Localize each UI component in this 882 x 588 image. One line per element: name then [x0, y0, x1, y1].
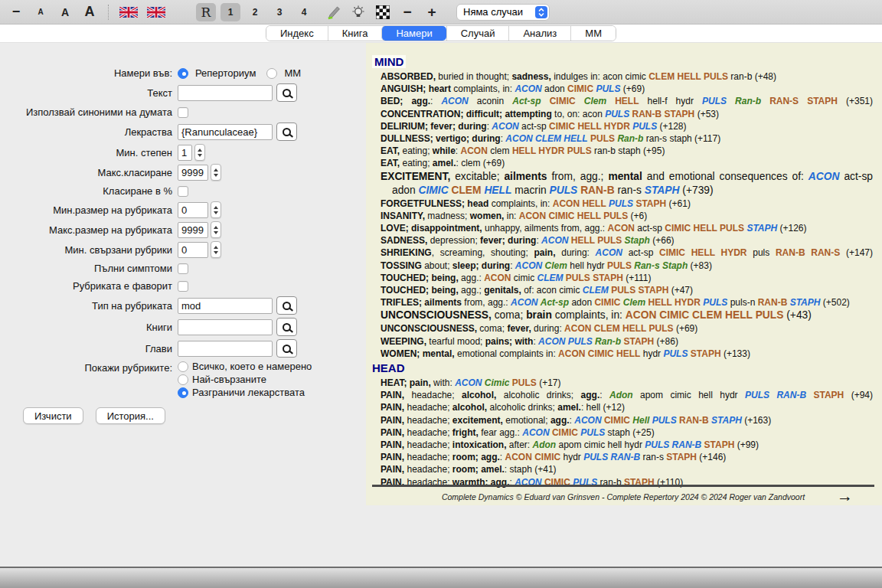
- text-input[interactable]: [178, 85, 273, 101]
- tab-Случай[interactable]: Случай: [446, 26, 509, 41]
- favorite-checkbox[interactable]: [178, 281, 188, 292]
- font-size-small-button[interactable]: A: [31, 3, 51, 21]
- remedy-filter-button[interactable]: R: [196, 3, 216, 21]
- section-title-head: HEAD: [372, 361, 873, 374]
- min-grade-label: Мин. степен: [0, 147, 178, 158]
- rubric-entry[interactable]: PAIN, headache; room; agg.: ACON CIMIC h…: [392, 451, 873, 463]
- min-related-input[interactable]: 0: [178, 242, 208, 258]
- grade-3-button[interactable]: 3: [270, 3, 289, 21]
- repertory-language-flag-icon[interactable]: [119, 7, 138, 18]
- font-size-medium-button[interactable]: A: [55, 3, 75, 21]
- chapters-input[interactable]: [178, 341, 273, 357]
- max-rank-input[interactable]: 9999: [178, 165, 208, 181]
- grid-view-icon[interactable]: [373, 3, 393, 21]
- text-search-button[interactable]: [276, 83, 297, 102]
- rubric-type-input[interactable]: mod: [178, 298, 273, 314]
- min-rubric-size-input[interactable]: 0: [178, 202, 208, 218]
- rubric-entry[interactable]: UNCONSCIOUSNESS, coma; brain complaints,…: [392, 309, 873, 322]
- collapse-toolbar-button[interactable]: −: [6, 3, 26, 21]
- rubric-entry[interactable]: WOMEN; mental, emotional complaints in: …: [392, 348, 873, 360]
- rubric-entry[interactable]: SADNESS, depression; fever; during: ACON…: [392, 234, 873, 247]
- rubric-entry[interactable]: TOUCHED; being, agg.: ACON cimic CLEM PU…: [392, 272, 873, 284]
- max-rubric-size-stepper[interactable]: [211, 221, 221, 238]
- rubric-type-search-button[interactable]: [276, 296, 297, 315]
- rank-percent-checkbox[interactable]: [178, 186, 188, 197]
- rubric-entry[interactable]: TOUCHED; being, agg.; genitals, of: acon…: [392, 284, 873, 296]
- horizontal-scrollbar[interactable]: [372, 485, 874, 487]
- show-rubrics-radio-1[interactable]: [178, 374, 188, 385]
- max-rank-stepper[interactable]: [211, 164, 221, 181]
- remedies-input[interactable]: {Ranunculaceae}: [178, 124, 273, 140]
- next-page-arrow-icon[interactable]: →: [837, 487, 853, 505]
- tab-Анализ[interactable]: Анализ: [508, 26, 570, 41]
- rubric-entry[interactable]: TOSSING about; sleep; during: ACON Clem …: [392, 260, 873, 272]
- rubric-entry[interactable]: UNCONSCIOUSNESS, coma; fever, during: AC…: [392, 322, 873, 335]
- rubric-entry[interactable]: PAIN, headache; room; amel.: staph (+41): [392, 463, 873, 475]
- favorite-label: Рубриката е фаворит: [0, 280, 178, 292]
- rubric-entry[interactable]: ABSORBED, buried in thought; sadness, in…: [392, 70, 873, 83]
- remedies-search-button[interactable]: [276, 122, 297, 141]
- min-rubric-size-label: Мин.размер на рубриката: [0, 204, 178, 216]
- rubric-entry[interactable]: ANGUISH; heart complaints, in: ACON adon…: [392, 83, 873, 95]
- rubric-entry[interactable]: PAIN, headache; alcohol, alcoholic drink…: [392, 389, 873, 401]
- synonyms-checkbox[interactable]: [178, 107, 188, 118]
- case-select-value: Няма случаи: [463, 6, 523, 18]
- rubric-entry[interactable]: CONCENTRATION; difficult; attempting to,…: [392, 108, 873, 120]
- rubric-entry[interactable]: PAIN, headache; excitement, emotional; a…: [392, 414, 873, 426]
- rubric-entry[interactable]: INSANITY, madness; women, in: ACON CIMIC…: [392, 210, 873, 222]
- chapters-search-button[interactable]: [276, 339, 297, 358]
- min-grade-input[interactable]: 1: [178, 145, 192, 161]
- rubric-entry[interactable]: EAT, eating; while: ACON clem HELL HYDR …: [392, 145, 873, 157]
- clear-form-button[interactable]: Изчисти: [23, 407, 83, 424]
- tab-Книга[interactable]: Книга: [328, 26, 382, 41]
- grade-2-button[interactable]: 2: [245, 3, 265, 21]
- rubric-entry[interactable]: EXCITEMENT, excitable; ailments from, ag…: [392, 170, 873, 198]
- zoom-in-button[interactable]: +: [422, 3, 442, 21]
- toolbar-divider: [108, 5, 109, 20]
- rubric-entry[interactable]: PAIN, headache; fright, fear agg.: ACON …: [392, 426, 873, 439]
- font-size-large-button[interactable]: A: [80, 3, 100, 21]
- mm-language-flag-icon[interactable]: [147, 7, 165, 18]
- rubric-entry[interactable]: FORGETFULNESS; head complaints, in: ACON…: [392, 198, 873, 210]
- zoom-out-button[interactable]: −: [397, 3, 417, 21]
- rubric-entry[interactable]: HEAT; pain, with: ACON Cimic PULS (+17): [392, 377, 873, 389]
- rubric-entry[interactable]: SHRIEKING, screaming, shouting; pain, du…: [392, 247, 873, 259]
- grade-4-button[interactable]: 4: [294, 3, 314, 21]
- rubric-entry[interactable]: EAT, eating; amel.: clem (+69): [392, 157, 873, 169]
- rubric-entry[interactable]: PAIN, headache; alcohol, alcoholic drink…: [392, 401, 873, 413]
- rubric-entry[interactable]: WEEPING, tearful mood; pains; with: ACON…: [392, 335, 873, 348]
- min-grade-stepper[interactable]: [194, 144, 205, 161]
- radio-repertorium[interactable]: [178, 68, 188, 79]
- find-panel: Намери във: Реперториум ММ Текст Използв…: [0, 43, 366, 505]
- rubric-entry[interactable]: BED; agg.: ACON aconin Act-sp CIMIC Clem…: [392, 95, 873, 107]
- show-rubrics-radio-2[interactable]: [178, 387, 188, 398]
- radio-mm[interactable]: [266, 68, 277, 79]
- max-rubric-size-input[interactable]: 9999: [178, 222, 208, 238]
- grade-1-button[interactable]: 1: [220, 3, 240, 21]
- rubric-entry[interactable]: LOVE; disappointment, unhappy, ailments …: [392, 222, 873, 234]
- rubric-entry[interactable]: DULLNESS; vertigo; during: ACON CLEM HEL…: [392, 132, 873, 145]
- books-search-button[interactable]: [276, 318, 297, 336]
- show-rubrics-option-label: Разграничи лекарствата: [192, 387, 305, 398]
- results-footer: Complete Dynamics © Eduard van Grinsven …: [372, 485, 874, 504]
- min-rubric-size-stepper[interactable]: [211, 201, 221, 218]
- books-input[interactable]: [178, 319, 273, 335]
- status-bar: [0, 567, 882, 588]
- search-icon: [283, 323, 291, 332]
- rank-percent-label: Класиране в %: [0, 185, 178, 197]
- tab-Индекс[interactable]: Индекс: [266, 26, 328, 41]
- chapters-label: Глави: [0, 343, 178, 354]
- rubric-entry[interactable]: TRIFLES; ailments from, agg.: ACON Act-s…: [392, 296, 873, 309]
- rubric-entry[interactable]: PAIN, headache; intoxication, after: Ado…: [392, 439, 873, 451]
- min-related-stepper[interactable]: [211, 241, 221, 258]
- search-icon: [283, 302, 291, 310]
- history-button[interactable]: История...: [96, 407, 165, 424]
- case-select-dropdown[interactable]: Няма случаи: [456, 4, 550, 21]
- show-rubrics-radio-0[interactable]: [178, 361, 188, 372]
- rubric-entry[interactable]: DELIRIUM; fever; during: ACON act-sp CIM…: [392, 120, 873, 132]
- tips-bulb-icon[interactable]: [348, 3, 368, 21]
- full-symptoms-checkbox[interactable]: [178, 263, 188, 274]
- edit-pencil-icon[interactable]: [324, 3, 344, 21]
- tab-ММ[interactable]: ММ: [570, 26, 616, 41]
- tab-Намери[interactable]: Намери: [381, 26, 446, 41]
